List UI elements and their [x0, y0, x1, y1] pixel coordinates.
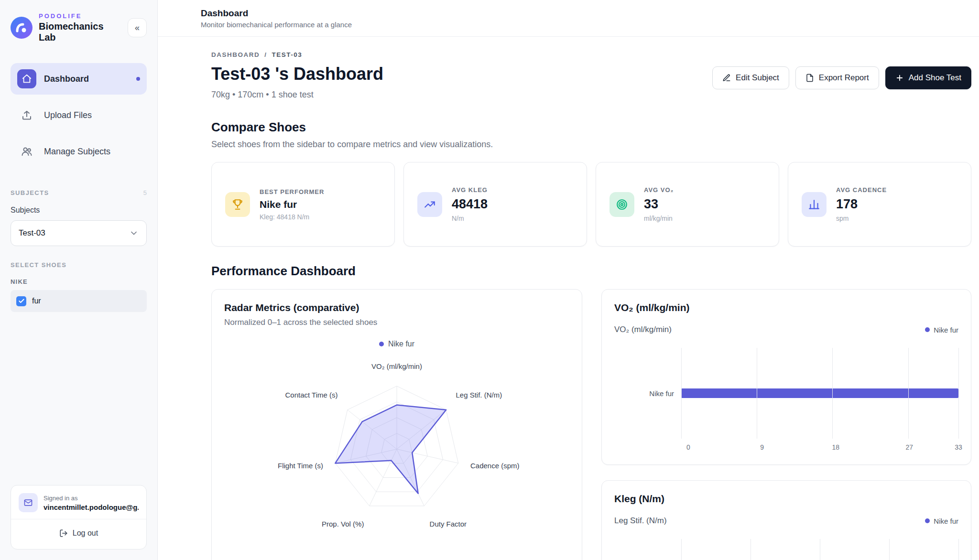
breadcrumb-root[interactable]: DASHBOARD: [211, 51, 260, 58]
subjects-count: 5: [143, 189, 147, 196]
stat-sub: N/m: [452, 215, 488, 222]
account-divider: [11, 519, 146, 519]
edit-subject-label: Edit Subject: [736, 73, 779, 83]
sidebar-item-upload-files[interactable]: Upload Files: [11, 99, 147, 131]
kleg-plot-area: [681, 539, 958, 560]
shoe-name: fur: [32, 297, 41, 305]
stat-sub: Kleg: 48418 N/m: [260, 213, 324, 221]
vo2-chart-card: VO₂ (ml/kg/min) VO₂ (ml/kg/min) Nike fur…: [601, 289, 971, 465]
edit-subject-button[interactable]: Edit Subject: [712, 66, 789, 89]
kleg-legend: Nike fur: [925, 517, 958, 525]
trophy-icon: [225, 192, 250, 217]
breadcrumb-current: TEST-03: [272, 51, 303, 58]
breadcrumb-separator: /: [264, 51, 267, 58]
vo2-bar-chart: Nike fur 09182733: [614, 348, 958, 452]
brand-text: PODOLIFE Biomechanics Lab: [39, 12, 121, 43]
legend-label: Nike fur: [934, 326, 958, 334]
stat-card-avg-cadence: AVG CADENCE 178 spm: [788, 162, 971, 247]
subjects-header-label: SUBJECTS: [11, 189, 49, 196]
kleg-chart-title: Kleg (N/m): [614, 493, 958, 505]
stat-label: AVG CADENCE: [836, 186, 887, 194]
radar-chart-title: Radar Metrics (comparative): [224, 302, 569, 313]
plus-icon: [895, 74, 904, 82]
top-header: Dashboard Monitor biomechanical performa…: [158, 0, 979, 37]
top-header-title: Dashboard: [201, 8, 979, 19]
radar-chart-subtitle: Normalized 0–1 across the selected shoes: [224, 318, 569, 327]
stat-value: 33: [644, 197, 674, 212]
sidebar-item-label: Upload Files: [44, 110, 92, 120]
compare-shoes-subtitle: Select shoes from the sidebar to compare…: [211, 140, 971, 150]
upload-icon: [17, 106, 36, 125]
compare-shoes-title: Compare Shoes: [211, 120, 971, 135]
page-actions: Edit Subject Export Report Add Shoe Test: [712, 66, 971, 89]
kleg-bar-chart: Nike fur: [614, 539, 958, 560]
stat-sub: spm: [836, 215, 887, 222]
svg-text:Flight Time (s): Flight Time (s): [278, 462, 323, 470]
stat-label: AVG VO₂: [644, 186, 674, 194]
subjects-section-header: SUBJECTS 5: [11, 189, 147, 196]
main-area: Dashboard Monitor biomechanical performa…: [158, 0, 979, 560]
svg-text:Cadence (spm): Cadence (spm): [470, 462, 520, 470]
logout-label: Log out: [73, 529, 98, 538]
page-head: DASHBOARD / TEST-03 Test-03 's Dashboard…: [211, 51, 971, 100]
account-email: vincentmillet.podologue@g...: [44, 503, 139, 511]
top-header-subtitle: Monitor biomechanical performance at a g…: [201, 21, 979, 29]
pencil-icon: [722, 74, 731, 82]
stat-value: 48418: [452, 197, 488, 212]
mail-icon: [19, 493, 38, 512]
home-icon: [17, 69, 36, 88]
vo2-x-axis-ticks: 09182733: [688, 439, 958, 452]
shoe-checkbox[interactable]: [16, 296, 26, 306]
shoe-brand-label: NIKE: [11, 278, 147, 285]
add-shoe-test-label: Add Shoe Test: [909, 73, 961, 83]
kleg-chart-head: Leg Stif. (N/m) Nike fur: [614, 516, 958, 526]
check-icon: [18, 298, 25, 304]
vo2-legend: Nike fur: [925, 326, 958, 334]
radar-chart: VO₂ (ml/kg/min)Leg Stif. (N/m)Cadence (s…: [224, 351, 569, 557]
export-report-button[interactable]: Export Report: [795, 66, 879, 89]
stat-value: 178: [836, 197, 887, 212]
sidebar-item-label: Manage Subjects: [44, 147, 110, 157]
vo2-chart-title: VO₂ (ml/kg/min): [614, 302, 958, 313]
shoe-item-fur[interactable]: fur: [11, 290, 147, 312]
collapse-sidebar-button[interactable]: «: [128, 18, 147, 37]
right-chart-column: VO₂ (ml/kg/min) VO₂ (ml/kg/min) Nike fur…: [601, 289, 971, 560]
target-icon: [609, 192, 634, 217]
radar-chart-card: Radar Metrics (comparative) Normalized 0…: [211, 289, 582, 560]
podolife-logo-icon: [11, 17, 33, 39]
bar-chart-icon: [802, 192, 827, 217]
app-root: PODOLIFE Biomechanics Lab « Dashboard Up…: [0, 0, 979, 560]
page-content: DASHBOARD / TEST-03 Test-03 's Dashboard…: [158, 37, 979, 560]
sidebar-nav: Dashboard Upload Files Manage Subjects: [11, 63, 147, 167]
legend-dot-icon: [925, 518, 930, 523]
svg-text:VO₂ (ml/kg/min): VO₂ (ml/kg/min): [371, 362, 422, 370]
subject-select-value: Test-03: [19, 228, 45, 238]
sidebar-item-dashboard[interactable]: Dashboard: [11, 63, 147, 95]
add-shoe-test-button[interactable]: Add Shoe Test: [885, 66, 971, 89]
brand-subtitle: Biomechanics Lab: [39, 21, 121, 43]
brand-row: PODOLIFE Biomechanics Lab «: [11, 12, 147, 43]
account-row: Signed in as vincentmillet.podologue@g..…: [19, 493, 139, 512]
sidebar: PODOLIFE Biomechanics Lab « Dashboard Up…: [0, 0, 158, 560]
svg-text:Duty Factor: Duty Factor: [430, 520, 467, 528]
svg-text:Prop. Vol (%): Prop. Vol (%): [322, 520, 364, 528]
stat-sub: ml/kg/min: [644, 215, 674, 222]
legend-label: Nike fur: [388, 340, 414, 348]
active-indicator-dot: [136, 77, 140, 81]
bar-category-label: Nike fur: [614, 389, 681, 398]
document-icon: [805, 74, 814, 82]
legend-dot-icon: [379, 342, 384, 346]
chevron-down-icon: [129, 228, 139, 238]
page-title: Test-03 's Dashboard: [211, 64, 383, 84]
signed-in-as-label: Signed in as: [44, 495, 139, 502]
sidebar-item-manage-subjects[interactable]: Manage Subjects: [11, 136, 147, 167]
logout-button[interactable]: Log out: [19, 525, 139, 541]
select-shoes-label: SELECT SHOES: [11, 261, 66, 269]
stat-label: AVG KLEG: [452, 186, 488, 194]
subject-select[interactable]: Test-03: [11, 220, 147, 246]
kleg-axis-label: Leg Stif. (N/m): [614, 516, 667, 526]
trending-up-icon: [417, 192, 442, 217]
radar-legend: Nike fur: [224, 340, 569, 348]
users-icon: [17, 142, 36, 161]
performance-dashboard-title: Performance Dashboard: [211, 264, 971, 279]
